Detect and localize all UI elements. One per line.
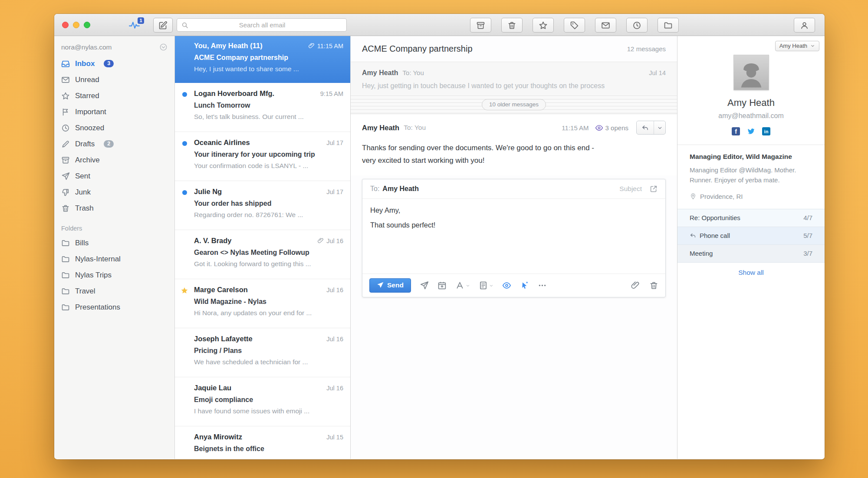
mail-list-item[interactable]: Julie Ng Jul 17 Your order has shipped R… [175,181,350,230]
send-later-button[interactable] [420,281,429,290]
archive-button[interactable] [470,18,491,33]
mail-list-item[interactable]: Logan Hoverboard Mfg. 9:15 AM Lunch Tomo… [175,83,350,132]
sync-activity-button[interactable]: 1 [129,20,141,31]
schedule-event-button[interactable] [437,281,447,290]
mail-list-item[interactable]: You, Amy Heath (11) 11:15 AM ACME Compan… [175,36,350,83]
open-tracking-eye-icon [595,124,603,132]
mail-list-item[interactable]: Marge Carelson Jul 16 Wild Magazine - Ny… [175,279,350,328]
close-window-button[interactable] [62,22,69,28]
sidebar-item-important[interactable]: Important [54,104,174,120]
thread-label: Re: Opportunities [690,214,803,221]
mail-list-item[interactable]: Anya Mirowitz Jul 15 Beignets in the off… [175,426,350,459]
mail-sender: Joseph Lafayette [194,335,326,343]
activity-badge: 1 [138,17,144,24]
popout-composer-icon[interactable] [650,185,658,193]
mail-time: Jul 15 [326,434,343,441]
snooze-button[interactable] [626,18,648,33]
reply-button[interactable] [637,121,654,134]
person-photo-placeholder [737,61,766,90]
mail-sender: Anya Mirowitz [194,433,326,441]
sidebar-item-sent[interactable]: Sent [54,168,174,184]
facebook-icon[interactable]: f [732,127,740,135]
sidebar-item-starred[interactable]: Starred [54,88,174,104]
mail-subject: Gearon <> Nylas Meeting Followup [194,249,343,257]
search-icon [181,22,188,29]
compose-button[interactable] [153,18,173,33]
older-messages-button[interactable]: 10 older messages [482,99,546,110]
mail-time: Jul 16 [326,385,343,392]
composer-body[interactable]: Hey Amy, That sounds perfect! [362,199,665,274]
mail-snippet: Hi Nora, any updates on your end for ... [194,309,343,317]
text-style-button[interactable] [455,281,470,290]
archive-icon [61,156,70,165]
move-to-folder-button[interactable] [658,18,679,33]
more-options-button[interactable] [538,281,547,290]
contact-email[interactable]: amy@heathmail.com [718,112,784,120]
thread-pane: ACME Company partnership 12 messages Amy… [351,36,677,459]
thumbs-down-icon [61,188,70,197]
reply-options-button[interactable] [654,121,665,134]
sidebar-folder-presentations[interactable]: Presentations [54,299,174,315]
link-tracking-toggle[interactable] [520,281,529,290]
subject-field[interactable]: Subject [619,185,642,193]
sidebar-item-unread[interactable]: Unread [54,72,174,88]
app-window: 1 nora@nylas.com [54,14,825,459]
message-sender: Amy Heath [362,124,399,132]
mail-list-item[interactable]: Joseph Lafayette Jul 16 Pricing / Plans … [175,328,350,377]
sidebar-item-drafts[interactable]: Drafts 2 [54,136,174,152]
recent-thread-row[interactable]: Re: Opportunities 4/7 [677,209,825,227]
sidebar-folder-nylas-trips[interactable]: Nylas Trips [54,267,174,283]
sidebar-item-junk[interactable]: Junk [54,184,174,200]
composer-text-line: That sounds perfect! [370,221,658,229]
unread-dot-icon [182,190,187,195]
sidebar-item-snoozed[interactable]: Snoozed [54,120,174,136]
sidebar-folder-bills[interactable]: Bills [54,235,174,251]
to-label: To: [370,185,379,193]
recent-thread-row[interactable]: Meeting 3/7 [677,245,825,263]
chevron-down-icon [657,125,663,131]
mail-sender: Jaquie Lau [194,384,326,392]
collapsed-message[interactable]: Amy Heath To: You Jul 14 Hey, just getti… [351,62,677,96]
folder-icon [61,239,70,247]
twitter-icon[interactable] [747,127,755,135]
send-button[interactable]: Send [369,278,411,293]
linkedin-icon[interactable]: in [762,127,770,135]
sidebar-item-label: Archive [75,156,100,165]
zoom-window-button[interactable] [84,22,90,28]
templates-button[interactable] [479,281,493,290]
star-button[interactable] [533,18,554,33]
paperclip-icon [631,281,640,290]
mail-list: You, Amy Heath (11) 11:15 AM ACME Compan… [175,36,351,459]
account-switcher[interactable]: nora@nylas.com [54,41,174,56]
trash-button[interactable] [501,18,523,33]
mail-list-item[interactable]: Oceanic Airlines Jul 17 Your itinerary f… [175,132,350,181]
mail-list-item[interactable]: A. V. Brady Jul 16 Gearon <> Nylas Meeti… [175,230,350,279]
minimize-window-button[interactable] [73,22,79,28]
account-button[interactable] [794,18,815,33]
recent-thread-row[interactable]: Phone call 5/7 [677,227,825,245]
sidebar-item-inbox[interactable]: Inbox 3 [54,56,174,72]
mail-time: Jul 16 [326,336,343,343]
search-bar[interactable] [177,18,347,32]
sidebar-item-archive[interactable]: Archive [54,152,174,168]
sidebar-folder-travel[interactable]: Travel [54,283,174,299]
mail-list-item[interactable]: Jaquie Lau Jul 16 Emoji compliance I hav… [175,377,350,426]
mail-snippet: Got it. Looking forward to getting this … [194,260,343,268]
sidebar-item-trash[interactable]: Trash [54,200,174,216]
show-all-threads-button[interactable]: Show all [677,263,825,283]
discard-draft-button[interactable] [649,281,658,290]
starred-icon[interactable] [181,287,188,294]
search-input[interactable] [188,21,346,29]
attach-file-button[interactable] [631,281,640,290]
mail-snippet: Regarding order no. 8726761: We ... [194,211,343,219]
chevron-circle-icon[interactable] [159,43,168,51]
sidebar: nora@nylas.com Inbox 3 Unread Starred Im… [54,36,175,459]
composer-header: To: Amy Heath Subject [362,179,665,199]
contact-selector[interactable]: Amy Heath [775,41,819,51]
label-button[interactable] [564,18,585,33]
mark-unread-button[interactable] [595,18,616,33]
sidebar-folder-nylas-internal[interactable]: Nylas-Internal [54,251,174,267]
to-recipient-value[interactable]: Amy Heath [382,185,419,193]
open-tracking-toggle[interactable] [502,281,511,290]
eye-icon [502,281,511,290]
